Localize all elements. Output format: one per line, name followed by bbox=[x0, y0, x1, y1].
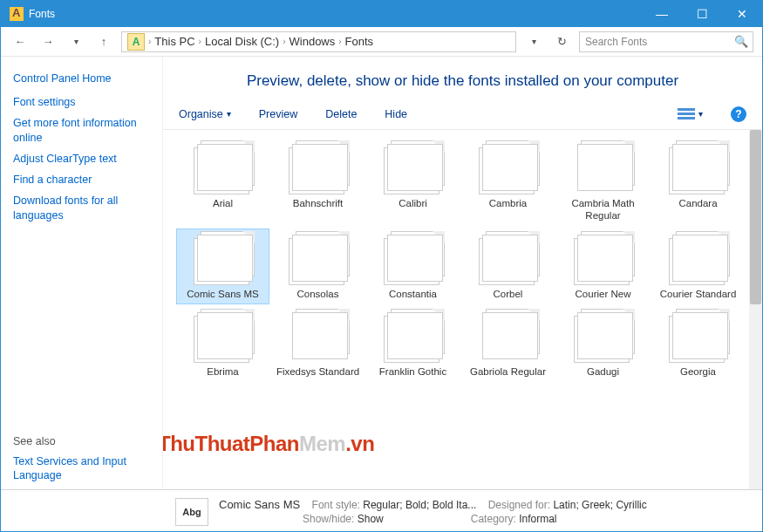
category-label: Category: bbox=[471, 513, 516, 525]
back-button[interactable]: ← bbox=[10, 31, 31, 52]
details-pane: Abg Comic Sans MS Font style: Regular; B… bbox=[1, 489, 762, 532]
sidebar-link-find-char[interactable]: Find a character bbox=[13, 173, 150, 187]
seealso-label: See also bbox=[13, 435, 162, 447]
scroll-thumb[interactable] bbox=[750, 130, 761, 304]
folder-icon: A bbox=[127, 33, 145, 51]
font-tile[interactable]: AbgCambria bbox=[462, 139, 554, 226]
font-name: Bahnschrift bbox=[274, 198, 362, 210]
font-thumb: Abg bbox=[287, 142, 350, 194]
maximize-button[interactable]: ☐ bbox=[682, 1, 722, 27]
toolbar-preview[interactable]: Preview bbox=[259, 108, 297, 120]
font-name: Ebrima bbox=[179, 366, 267, 379]
font-sample: Abg bbox=[201, 309, 255, 354]
font-tile[interactable]: AbgCandara bbox=[652, 139, 744, 226]
font-name: Cambria bbox=[464, 198, 552, 210]
sidebar-link-more-info[interactable]: Get more font information online bbox=[13, 116, 150, 145]
minimize-button[interactable]: — bbox=[642, 1, 682, 27]
font-thumb: Abg bbox=[382, 233, 445, 285]
font-name: Fixedsys Standard bbox=[274, 366, 362, 379]
toolbar-organise[interactable]: Organise ▾ bbox=[179, 108, 231, 120]
font-name: Georgia bbox=[654, 366, 742, 379]
font-sample: Abg bbox=[486, 309, 540, 354]
search-input[interactable] bbox=[579, 31, 753, 52]
address-bar[interactable]: A › This PC› Local Disk (C:)› Windows› F… bbox=[121, 31, 516, 52]
font-thumb: Abg bbox=[477, 310, 540, 363]
search-icon: 🔍 bbox=[734, 35, 748, 48]
font-tile[interactable]: AbgEbrima bbox=[177, 307, 269, 382]
font-thumb: Abg bbox=[667, 233, 730, 285]
font-name: Courier New bbox=[559, 289, 647, 301]
font-tile[interactable]: CWYGadugi bbox=[557, 307, 649, 382]
sidebar-link-font-settings[interactable]: Font settings bbox=[13, 95, 150, 109]
font-sample: Abg bbox=[391, 140, 445, 186]
font-name: Gabriola Regular bbox=[464, 366, 552, 379]
font-sample: Abg bbox=[581, 231, 635, 276]
font-tile[interactable]: AbgFranklin Gothic bbox=[367, 307, 459, 382]
sidebar-header[interactable]: Control Panel Home bbox=[13, 72, 150, 85]
font-sample: Abg bbox=[486, 140, 540, 186]
crumb-2[interactable]: Windows bbox=[290, 35, 336, 48]
font-tile[interactable]: AbgArial bbox=[177, 139, 269, 226]
font-tile[interactable]: AbgGabriola Regular bbox=[462, 307, 554, 382]
search-box-wrap: 🔍 bbox=[579, 31, 753, 52]
font-tile[interactable]: AbgCorbel bbox=[462, 229, 554, 304]
watermark: ThuThuatPhanMem.vn bbox=[163, 432, 374, 456]
font-tile[interactable]: AbgConstantia bbox=[367, 229, 459, 304]
font-tile[interactable]: AbgComic Sans MS bbox=[177, 229, 269, 304]
font-tile[interactable]: AbgFixedsys Standard bbox=[272, 307, 364, 382]
font-grid: AbgArialAbgBahnschriftAbgCalibriAbgCambr… bbox=[163, 130, 762, 391]
font-name: Candara bbox=[654, 198, 742, 210]
sidebar: Control Panel Home Font settings Get mor… bbox=[1, 57, 163, 489]
forward-button[interactable]: → bbox=[37, 31, 58, 52]
details-thumb: Abg bbox=[175, 498, 208, 526]
font-sample: Abg bbox=[296, 309, 350, 354]
font-thumb: CWY bbox=[572, 310, 635, 363]
refresh-button[interactable]: ↻ bbox=[551, 35, 572, 48]
font-sample: Abg bbox=[296, 231, 350, 276]
address-caret[interactable]: ▾ bbox=[523, 31, 544, 52]
sidebar-link-cleartype[interactable]: Adjust ClearType text bbox=[13, 152, 150, 166]
help-button[interactable]: ? bbox=[731, 106, 746, 122]
font-thumb: Abg bbox=[667, 142, 730, 194]
font-tile[interactable]: AbgBahnschrift bbox=[272, 139, 364, 226]
recent-locations-button[interactable]: ▾ bbox=[65, 31, 86, 52]
title-bar: Fonts — ☐ ✕ bbox=[1, 1, 762, 27]
crumb-0[interactable]: This PC bbox=[154, 35, 194, 48]
font-sample: CWY bbox=[581, 309, 635, 354]
scrollbar[interactable] bbox=[749, 130, 762, 489]
navigation-bar: ← → ▾ ↑ A › This PC› Local Disk (C:)› Wi… bbox=[1, 27, 762, 57]
showhide-label: Show/hide: bbox=[303, 513, 354, 525]
font-thumb: Abg bbox=[477, 142, 540, 194]
font-tile[interactable]: AbgGeorgia bbox=[652, 307, 744, 382]
window-title: Fonts bbox=[29, 8, 55, 20]
toolbar-delete[interactable]: Delete bbox=[325, 108, 357, 120]
toolbar-hide[interactable]: Hide bbox=[385, 108, 407, 120]
font-thumb: Abg bbox=[192, 142, 255, 194]
seealso-link-text-services[interactable]: Text Services and Input Language bbox=[13, 454, 162, 483]
font-tile[interactable]: AbgCourier Standard bbox=[652, 229, 744, 304]
close-button[interactable]: ✕ bbox=[722, 1, 762, 27]
font-sample: Abg bbox=[676, 309, 730, 354]
toolbar-view[interactable]: ▾ bbox=[678, 107, 703, 121]
crumb-1[interactable]: Local Disk (C:) bbox=[205, 35, 279, 48]
font-name: Calibri bbox=[369, 198, 457, 210]
font-thumb: Abg bbox=[382, 142, 445, 194]
font-tile[interactable]: AbgCourier New bbox=[557, 229, 649, 304]
font-name: Franklin Gothic bbox=[369, 366, 457, 379]
font-sample: Abg bbox=[391, 309, 445, 354]
font-tile[interactable]: AbgCalibri bbox=[367, 139, 459, 226]
font-sample: Abg bbox=[676, 231, 730, 276]
details-font-name: Comic Sans MS bbox=[219, 498, 300, 511]
font-tile[interactable]: ЇrĕCambria Math Regular bbox=[557, 139, 649, 226]
up-button[interactable]: ↑ bbox=[93, 31, 114, 52]
font-style-label: Font style: bbox=[312, 499, 360, 511]
crumb-3[interactable]: Fonts bbox=[345, 35, 374, 48]
font-style-value: Regular; Bold; Bold Ita... bbox=[363, 499, 476, 511]
font-name: Corbel bbox=[464, 289, 552, 301]
app-icon bbox=[10, 7, 24, 21]
font-name: Constantia bbox=[369, 289, 457, 301]
font-tile[interactable]: AbgConsolas bbox=[272, 229, 364, 304]
sidebar-link-download[interactable]: Download fonts for all languages bbox=[13, 194, 150, 222]
font-thumb: Abg bbox=[287, 233, 350, 285]
font-name: Arial bbox=[179, 198, 267, 210]
